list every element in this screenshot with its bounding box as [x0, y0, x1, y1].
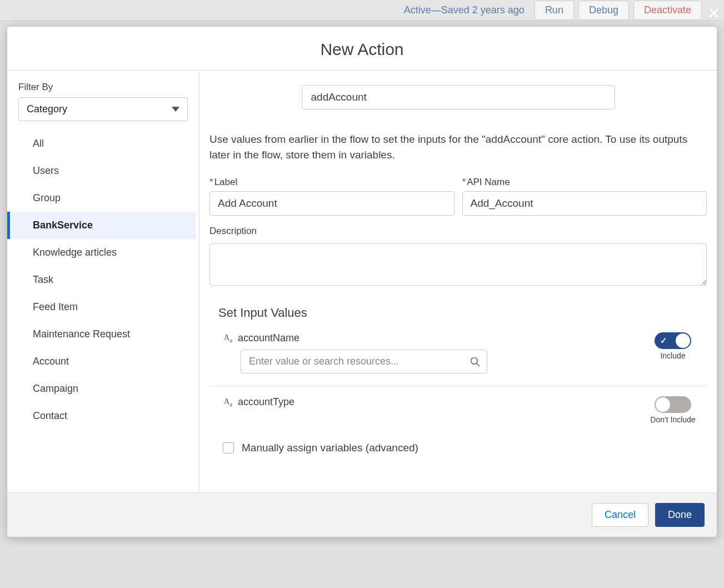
- description-textarea[interactable]: [209, 243, 707, 286]
- sidebar-item-bankservice[interactable]: BankService: [7, 212, 196, 239]
- sidebar: Filter By Category AllUsersGroupBankServ…: [7, 71, 199, 492]
- svg-line-1: [477, 363, 480, 366]
- include-toggle-accountName[interactable]: ✓: [655, 332, 691, 349]
- run-button-bg: Run: [535, 1, 574, 20]
- done-button[interactable]: Done: [655, 503, 705, 527]
- include-toggle-label: Include: [660, 351, 685, 360]
- apiname-field-label: *API Name: [462, 177, 707, 188]
- manually-assign-checkbox[interactable]: [223, 442, 234, 454]
- input-value-field-accountName[interactable]: [241, 350, 487, 373]
- background-toolbar: Active—Saved 2 years ago Run Debug Deact…: [0, 0, 724, 21]
- sidebar-item-all[interactable]: All: [7, 130, 196, 157]
- manually-assign-label: Manually assign variables (advanced): [242, 442, 418, 454]
- filter-by-label: Filter By: [18, 82, 188, 93]
- search-icon: [470, 356, 481, 367]
- modal-body: Filter By Category AllUsersGroupBankServ…: [7, 71, 717, 492]
- input-name: accountType: [238, 396, 294, 408]
- sidebar-item-group[interactable]: Group: [7, 185, 196, 212]
- save-status: Active—Saved 2 years ago: [404, 4, 525, 16]
- debug-button-bg: Debug: [578, 1, 629, 20]
- category-select[interactable]: Category: [18, 97, 188, 121]
- modal-footer: Cancel Done: [7, 492, 717, 537]
- text-type-icon: Aa: [224, 397, 232, 407]
- apiname-input[interactable]: [462, 191, 707, 216]
- deactivate-button-bg: Deactivate: [633, 1, 702, 20]
- label-field-label: *Label: [209, 177, 455, 188]
- include-toggle-accountType[interactable]: [655, 396, 691, 413]
- text-type-icon: Aa: [224, 333, 232, 343]
- input-name: accountName: [238, 332, 299, 344]
- sidebar-item-users[interactable]: Users: [7, 157, 196, 185]
- sidebar-item-campaign[interactable]: Campaign: [7, 375, 196, 402]
- modal-title: New Action: [7, 27, 717, 71]
- sidebar-item-feed-item[interactable]: Feed Item: [7, 293, 196, 321]
- chevron-down-icon: [172, 107, 179, 112]
- sidebar-item-account[interactable]: Account: [7, 348, 196, 375]
- sidebar-item-task[interactable]: Task: [7, 266, 196, 293]
- label-input[interactable]: [209, 191, 455, 216]
- cancel-button[interactable]: Cancel: [592, 503, 648, 527]
- new-action-modal: New Action Filter By Category AllUsersGr…: [7, 27, 717, 537]
- sidebar-item-knowledge-articles[interactable]: Knowledge articles: [7, 239, 196, 266]
- help-text: Use values from earlier in the flow to s…: [209, 132, 707, 162]
- sidebar-item-maintenance-request[interactable]: Maintenance Request: [7, 321, 196, 348]
- sidebar-item-contact[interactable]: Contact: [7, 402, 196, 430]
- category-select-value: Category: [27, 103, 67, 115]
- description-field-label: Description: [209, 226, 707, 237]
- close-icon[interactable]: ×: [708, 3, 720, 23]
- category-list[interactable]: AllUsersGroupBankServiceKnowledge articl…: [7, 130, 198, 492]
- set-input-values-title: Set Input Values: [218, 306, 707, 320]
- action-search-input[interactable]: [302, 85, 615, 109]
- include-toggle-label: Don't Include: [650, 415, 695, 424]
- input-value-row-accountName: AaaccountName✓Include: [209, 332, 707, 386]
- input-value-row-accountType: AaaccountTypeDon't Include: [209, 396, 707, 436]
- check-icon: ✓: [660, 336, 667, 346]
- main-panel: Use values from earlier in the flow to s…: [199, 71, 717, 492]
